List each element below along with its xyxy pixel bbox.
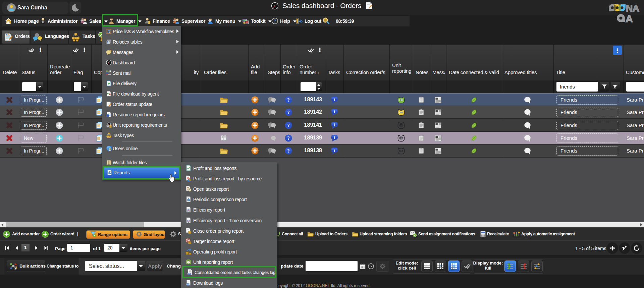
svg-text:LOG: LOG <box>187 273 191 275</box>
svg-text:LOG: LOG <box>186 283 190 285</box>
svg-text:A: A <box>626 13 633 23</box>
svg-text:NA: NA <box>626 3 639 13</box>
svg-text:?: ? <box>274 19 276 23</box>
